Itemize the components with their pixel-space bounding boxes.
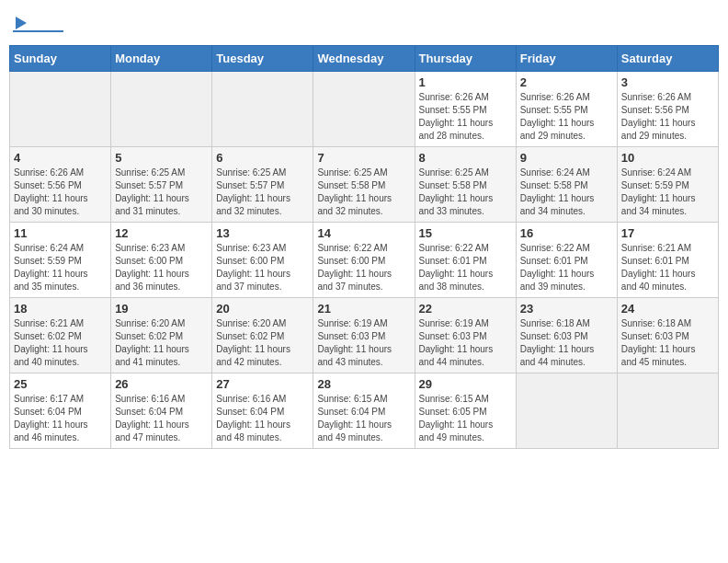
day-info: Sunrise: 6:17 AMSunset: 6:04 PMDaylight:…	[14, 393, 107, 444]
day-number: 7	[317, 151, 410, 165]
calendar-week-4: 18Sunrise: 6:21 AMSunset: 6:02 PMDayligh…	[10, 298, 719, 373]
day-number: 5	[115, 151, 208, 165]
calendar-cell: 10Sunrise: 6:24 AMSunset: 5:59 PMDayligh…	[617, 147, 718, 223]
day-info: Sunrise: 6:24 AMSunset: 5:58 PMDaylight:…	[520, 167, 613, 218]
day-info: Sunrise: 6:24 AMSunset: 5:59 PMDaylight:…	[14, 242, 107, 293]
day-number: 14	[317, 226, 410, 240]
day-number: 13	[216, 226, 309, 240]
calendar-cell: 1Sunrise: 6:26 AMSunset: 5:55 PMDaylight…	[415, 72, 516, 147]
day-info: Sunrise: 6:26 AMSunset: 5:56 PMDaylight:…	[621, 91, 714, 143]
day-info: Sunrise: 6:15 AMSunset: 6:04 PMDaylight:…	[317, 393, 410, 444]
day-number: 10	[621, 151, 714, 165]
header-thursday: Thursday	[415, 46, 516, 72]
calendar-cell: 21Sunrise: 6:19 AMSunset: 6:03 PMDayligh…	[313, 298, 415, 373]
day-info: Sunrise: 6:23 AMSunset: 6:00 PMDaylight:…	[216, 242, 309, 293]
calendar-cell: 7Sunrise: 6:25 AMSunset: 5:58 PMDaylight…	[313, 147, 415, 223]
header-monday: Monday	[111, 46, 212, 72]
day-info: Sunrise: 6:22 AMSunset: 6:01 PMDaylight:…	[419, 242, 512, 293]
day-info: Sunrise: 6:22 AMSunset: 6:00 PMDaylight:…	[317, 242, 410, 293]
calendar-cell: 23Sunrise: 6:18 AMSunset: 6:03 PMDayligh…	[516, 298, 617, 373]
day-info: Sunrise: 6:26 AMSunset: 5:55 PMDaylight:…	[520, 91, 613, 143]
logo-top	[13, 17, 63, 29]
header-sunday: Sunday	[10, 46, 111, 72]
calendar-cell: 29Sunrise: 6:15 AMSunset: 6:05 PMDayligh…	[415, 373, 516, 449]
calendar-week-5: 25Sunrise: 6:17 AMSunset: 6:04 PMDayligh…	[10, 373, 719, 449]
day-number: 28	[317, 377, 410, 391]
day-number: 1	[419, 75, 512, 89]
logo-underline	[13, 30, 63, 32]
day-info: Sunrise: 6:25 AMSunset: 5:57 PMDaylight:…	[115, 167, 208, 218]
day-number: 29	[419, 377, 512, 391]
header-friday: Friday	[516, 46, 617, 72]
day-number: 15	[419, 226, 512, 240]
header-wednesday: Wednesday	[313, 46, 415, 72]
calendar-header-row: SundayMondayTuesdayWednesdayThursdayFrid…	[10, 46, 719, 72]
calendar-cell: 16Sunrise: 6:22 AMSunset: 6:01 PMDayligh…	[516, 223, 617, 298]
calendar-cell: 4Sunrise: 6:26 AMSunset: 5:56 PMDaylight…	[10, 147, 111, 223]
day-info: Sunrise: 6:26 AMSunset: 5:55 PMDaylight:…	[419, 91, 512, 143]
calendar-cell	[516, 373, 617, 449]
calendar-cell	[10, 72, 111, 147]
day-info: Sunrise: 6:20 AMSunset: 6:02 PMDaylight:…	[115, 317, 208, 369]
day-number: 18	[14, 302, 107, 316]
calendar-cell: 15Sunrise: 6:22 AMSunset: 6:01 PMDayligh…	[415, 223, 516, 298]
day-number: 16	[520, 226, 613, 240]
day-number: 24	[621, 302, 714, 316]
calendar-cell	[617, 373, 718, 449]
day-info: Sunrise: 6:16 AMSunset: 6:04 PMDaylight:…	[216, 393, 309, 444]
calendar-cell: 17Sunrise: 6:21 AMSunset: 6:01 PMDayligh…	[617, 223, 718, 298]
calendar-cell: 8Sunrise: 6:25 AMSunset: 5:58 PMDaylight…	[415, 147, 516, 223]
day-info: Sunrise: 6:18 AMSunset: 6:03 PMDaylight:…	[520, 317, 613, 369]
calendar-cell: 2Sunrise: 6:26 AMSunset: 5:55 PMDaylight…	[516, 72, 617, 147]
calendar-cell: 18Sunrise: 6:21 AMSunset: 6:02 PMDayligh…	[10, 298, 111, 373]
day-number: 23	[520, 302, 613, 316]
calendar-cell: 5Sunrise: 6:25 AMSunset: 5:57 PMDaylight…	[111, 147, 212, 223]
calendar-cell: 22Sunrise: 6:19 AMSunset: 6:03 PMDayligh…	[415, 298, 516, 373]
day-info: Sunrise: 6:23 AMSunset: 6:00 PMDaylight:…	[115, 242, 208, 293]
day-info: Sunrise: 6:18 AMSunset: 6:03 PMDaylight:…	[621, 317, 714, 369]
calendar-cell: 14Sunrise: 6:22 AMSunset: 6:00 PMDayligh…	[313, 223, 415, 298]
calendar-cell: 12Sunrise: 6:23 AMSunset: 6:00 PMDayligh…	[111, 223, 212, 298]
logo	[13, 17, 63, 32]
calendar-cell: 9Sunrise: 6:24 AMSunset: 5:58 PMDaylight…	[516, 147, 617, 223]
day-info: Sunrise: 6:26 AMSunset: 5:56 PMDaylight:…	[14, 167, 107, 218]
calendar-week-2: 4Sunrise: 6:26 AMSunset: 5:56 PMDaylight…	[10, 147, 719, 223]
day-info: Sunrise: 6:21 AMSunset: 6:02 PMDaylight:…	[14, 317, 107, 369]
day-number: 11	[14, 226, 107, 240]
calendar-cell: 11Sunrise: 6:24 AMSunset: 5:59 PMDayligh…	[10, 223, 111, 298]
calendar-cell: 6Sunrise: 6:25 AMSunset: 5:57 PMDaylight…	[212, 147, 313, 223]
header-tuesday: Tuesday	[212, 46, 313, 72]
day-number: 17	[621, 226, 714, 240]
day-number: 21	[317, 302, 410, 316]
day-number: 20	[216, 302, 309, 316]
day-number: 27	[216, 377, 309, 391]
day-number: 8	[419, 151, 512, 165]
header-saturday: Saturday	[617, 46, 718, 72]
day-number: 2	[520, 75, 613, 89]
calendar-cell: 26Sunrise: 6:16 AMSunset: 6:04 PMDayligh…	[111, 373, 212, 449]
page-header	[9, 9, 719, 40]
calendar-cell	[111, 72, 212, 147]
calendar-cell	[313, 72, 415, 147]
calendar-cell: 25Sunrise: 6:17 AMSunset: 6:04 PMDayligh…	[10, 373, 111, 449]
logo-arrow-icon	[16, 17, 27, 29]
day-info: Sunrise: 6:24 AMSunset: 5:59 PMDaylight:…	[621, 167, 714, 218]
day-info: Sunrise: 6:15 AMSunset: 6:05 PMDaylight:…	[419, 393, 512, 444]
calendar-cell	[212, 72, 313, 147]
day-info: Sunrise: 6:21 AMSunset: 6:01 PMDaylight:…	[621, 242, 714, 293]
day-info: Sunrise: 6:25 AMSunset: 5:57 PMDaylight:…	[216, 167, 309, 218]
day-number: 19	[115, 302, 208, 316]
day-info: Sunrise: 6:25 AMSunset: 5:58 PMDaylight:…	[317, 167, 410, 218]
calendar-cell: 19Sunrise: 6:20 AMSunset: 6:02 PMDayligh…	[111, 298, 212, 373]
calendar-week-3: 11Sunrise: 6:24 AMSunset: 5:59 PMDayligh…	[10, 223, 719, 298]
calendar-cell: 24Sunrise: 6:18 AMSunset: 6:03 PMDayligh…	[617, 298, 718, 373]
calendar-cell: 13Sunrise: 6:23 AMSunset: 6:00 PMDayligh…	[212, 223, 313, 298]
day-number: 22	[419, 302, 512, 316]
calendar-week-1: 1Sunrise: 6:26 AMSunset: 5:55 PMDaylight…	[10, 72, 719, 147]
day-info: Sunrise: 6:19 AMSunset: 6:03 PMDaylight:…	[317, 317, 410, 369]
calendar-table: SundayMondayTuesdayWednesdayThursdayFrid…	[9, 45, 719, 449]
day-info: Sunrise: 6:19 AMSunset: 6:03 PMDaylight:…	[419, 317, 512, 369]
day-info: Sunrise: 6:20 AMSunset: 6:02 PMDaylight:…	[216, 317, 309, 369]
day-info: Sunrise: 6:22 AMSunset: 6:01 PMDaylight:…	[520, 242, 613, 293]
day-number: 26	[115, 377, 208, 391]
